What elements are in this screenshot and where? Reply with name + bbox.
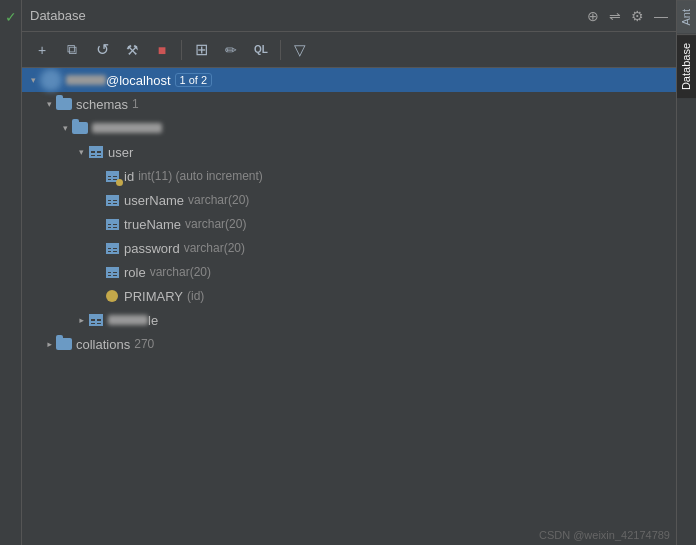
schemas-arrow: ▾: [42, 97, 56, 111]
filter-button[interactable]: ▽: [286, 37, 314, 63]
toolbar-separator-2: [280, 40, 281, 60]
primary-index-item[interactable]: ▾ PRIMARY (id): [22, 284, 676, 308]
connection-badge: 1 of 2: [175, 73, 213, 87]
password-type: varchar(20): [184, 241, 245, 255]
schema-name-blurred: [92, 123, 162, 133]
main-area: Database ⊕ ⇌ ⚙ — + ⧉ ↺ ⚒ ■ ⊞ ✏ QL ▽ ▾ @l…: [22, 0, 676, 545]
id-type: int(11) (auto increment): [138, 169, 263, 183]
schema-item[interactable]: ▾: [22, 116, 676, 140]
blurred-table-icon: [88, 312, 104, 328]
add-button[interactable]: +: [28, 37, 56, 63]
refresh-button[interactable]: ↺: [88, 37, 116, 63]
username-type: varchar(20): [188, 193, 249, 207]
truename-label: trueName: [124, 217, 181, 232]
truename-column-item[interactable]: ▾ trueName varchar(20): [22, 212, 676, 236]
sql-button[interactable]: QL: [247, 37, 275, 63]
connection-host: @localhost: [106, 73, 171, 88]
password-column-icon: [104, 240, 120, 256]
connection-name-blurred: [66, 75, 106, 85]
truename-type: varchar(20): [185, 217, 246, 231]
left-sidebar: ✓: [0, 0, 22, 545]
left-sidebar-check: ✓: [2, 8, 20, 26]
password-label: password: [124, 241, 180, 256]
collations-arrow: ▾: [42, 337, 56, 351]
copy-button[interactable]: ⧉: [58, 37, 86, 63]
globe-icon[interactable]: ⊕: [587, 8, 599, 24]
table-icon: [88, 144, 104, 160]
user-table-arrow: ▾: [74, 145, 88, 159]
schema-arrow: ▾: [58, 121, 72, 135]
username-column-icon: [104, 192, 120, 208]
ant-tab[interactable]: Ant: [677, 0, 697, 34]
connection-avatar: [40, 69, 62, 91]
panel-title: Database: [30, 8, 86, 23]
stop-button[interactable]: ■: [148, 37, 176, 63]
blurred-table-suffix: le: [148, 313, 158, 328]
collations-count: 270: [134, 337, 154, 351]
title-bar: Database ⊕ ⇌ ⚙ —: [22, 0, 676, 32]
primary-info: (id): [187, 289, 204, 303]
toolbar-separator-1: [181, 40, 182, 60]
user-table-item[interactable]: ▾ user: [22, 140, 676, 164]
tree-panel[interactable]: ▾ @localhost 1 of 2 ▾ schemas 1 ▾ ▾: [22, 68, 676, 545]
truename-column-icon: [104, 216, 120, 232]
index-icon: [104, 288, 120, 304]
grid-button[interactable]: ⊞: [187, 37, 215, 63]
tools-button[interactable]: ⚒: [118, 37, 146, 63]
id-label: id: [124, 169, 134, 184]
edit-button[interactable]: ✏: [217, 37, 245, 63]
schemas-label: schemas: [76, 97, 128, 112]
watermark: CSDN @weixin_42174789: [539, 529, 670, 541]
password-column-item[interactable]: ▾ password varchar(20): [22, 236, 676, 260]
collations-label: collations: [76, 337, 130, 352]
role-column-icon: [104, 264, 120, 280]
connection-arrow: ▾: [26, 73, 40, 87]
minimize-icon[interactable]: —: [654, 8, 668, 24]
id-column-item[interactable]: ▾ id int(11) (auto increment): [22, 164, 676, 188]
blurred-table-arrow: ▾: [74, 313, 88, 327]
schemas-count: 1: [132, 97, 139, 111]
collations-folder-icon: [56, 336, 72, 352]
blurred-table-name: [108, 315, 148, 325]
database-tab[interactable]: Database: [677, 34, 697, 98]
schemas-item[interactable]: ▾ schemas 1: [22, 92, 676, 116]
primary-label: PRIMARY: [124, 289, 183, 304]
right-sidebar: Ant Database: [676, 0, 696, 545]
schema-folder-icon: [72, 120, 88, 136]
title-icons: ⊕ ⇌ ⚙ —: [587, 8, 668, 24]
toolbar: + ⧉ ↺ ⚒ ■ ⊞ ✏ QL ▽: [22, 32, 676, 68]
key-badge: [116, 179, 123, 186]
username-label: userName: [124, 193, 184, 208]
blurred-table-item[interactable]: ▾ le: [22, 308, 676, 332]
layers-icon[interactable]: ⇌: [609, 8, 621, 24]
gear-icon[interactable]: ⚙: [631, 8, 644, 24]
check-icon: ✓: [5, 9, 17, 25]
connection-item[interactable]: ▾ @localhost 1 of 2: [22, 68, 676, 92]
collations-item[interactable]: ▾ collations 270: [22, 332, 676, 356]
role-column-item[interactable]: ▾ role varchar(20): [22, 260, 676, 284]
role-type: varchar(20): [150, 265, 211, 279]
username-column-item[interactable]: ▾ userName varchar(20): [22, 188, 676, 212]
role-label: role: [124, 265, 146, 280]
user-table-label: user: [108, 145, 133, 160]
schemas-folder-icon: [56, 96, 72, 112]
pk-column-icon: [104, 168, 120, 184]
